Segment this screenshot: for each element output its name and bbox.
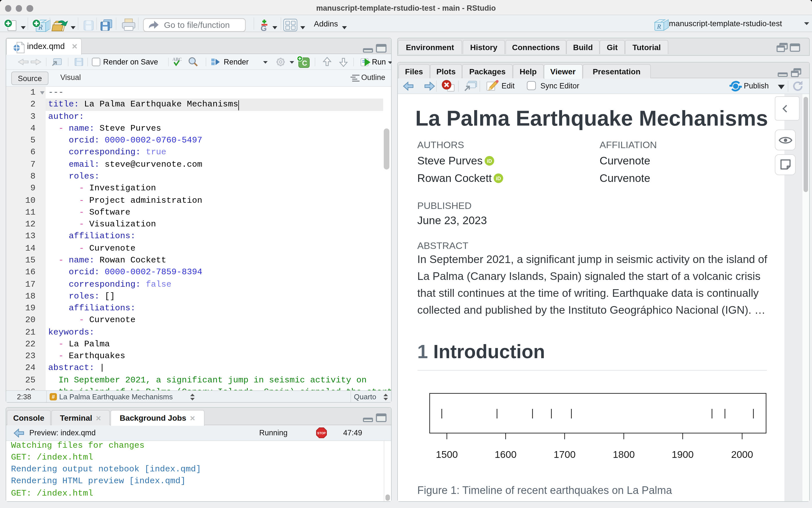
svg-text:1700: 1700 <box>554 449 576 460</box>
svg-text:2000: 2000 <box>731 449 753 460</box>
svg-text:1600: 1600 <box>495 449 517 460</box>
svg-text:G: G <box>260 24 267 32</box>
svg-text:ABC: ABC <box>172 57 182 62</box>
svg-text:Go to file/function: Go to file/function <box>164 20 230 30</box>
svg-text:1900: 1900 <box>672 449 694 460</box>
svg-text:iD: iD <box>487 158 492 164</box>
svg-text:Addins: Addins <box>314 19 338 28</box>
svg-text:manuscript-template-rstudio-te: manuscript-template-rstudio-test <box>669 19 782 28</box>
svg-text:Render on Save: Render on Save <box>103 58 158 66</box>
svg-text:STOP: STOP <box>317 431 326 435</box>
svg-text:Run: Run <box>372 58 386 66</box>
svg-text:R: R <box>657 23 661 30</box>
svg-text:iD: iD <box>496 176 501 181</box>
svg-text:1500: 1500 <box>436 449 458 460</box>
svg-text:1800: 1800 <box>613 449 635 460</box>
svg-text:C: C <box>302 59 307 67</box>
svg-text:Render: Render <box>224 58 249 66</box>
